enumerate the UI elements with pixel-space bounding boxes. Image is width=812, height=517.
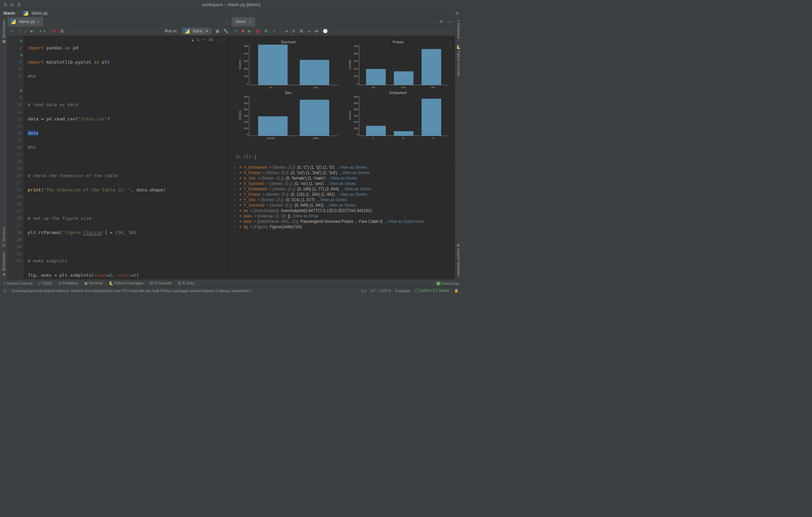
editor-tab-titanic[interactable]: titanic.py × bbox=[7, 17, 44, 26]
line-separator[interactable]: LF bbox=[371, 289, 375, 293]
scroll-button[interactable]: ⇊ bbox=[292, 29, 295, 33]
move-down-button[interactable]: ↓ bbox=[24, 29, 26, 33]
view-as-link[interactable]: ...View as Series bbox=[327, 176, 357, 181]
debug-button[interactable]: 🐞 bbox=[51, 29, 56, 33]
minimize-icon[interactable]: — bbox=[445, 19, 455, 24]
variable-row[interactable]: ›≡X_Survived = {Series: (2,)} (0, 'no') … bbox=[231, 181, 455, 186]
chevron-down-icon[interactable]: ﹀ bbox=[223, 37, 227, 42]
link-button[interactable]: ∞ bbox=[308, 29, 311, 33]
chevron-right-icon[interactable]: › bbox=[234, 171, 238, 174]
variable-row[interactable]: ›≡Y_Embarked = {Series: (3,)} (0, 168) (… bbox=[231, 186, 455, 192]
run-all-button[interactable]: ⏵⏵ bbox=[39, 29, 47, 33]
view-as-link[interactable]: ...View as Series bbox=[337, 192, 367, 197]
file-encoding[interactable]: UTF-8 bbox=[380, 289, 390, 293]
run-gutter-icon[interactable]: ▶ bbox=[21, 87, 23, 94]
debug-cell-button[interactable]: 🐞 bbox=[255, 29, 260, 33]
zoom-window[interactable] bbox=[17, 3, 21, 7]
move-up-button[interactable]: ↑ bbox=[18, 29, 20, 33]
breadcrumb-file[interactable]: titanic.py bbox=[31, 11, 47, 16]
open-external-icon[interactable]: ⧉ bbox=[456, 10, 459, 16]
minimize-window[interactable] bbox=[10, 3, 14, 7]
variable-row[interactable]: ›≡axes = {ndarray: (2, 2)} [[...View as … bbox=[231, 213, 455, 219]
add-cell-button[interactable]: ＋ bbox=[10, 28, 14, 34]
python-console-tool-tab[interactable]: 🐍Python Console bbox=[455, 42, 462, 79]
variable-row[interactable]: ›≡X_Sex = {Series: (2,)} (0, 'female') (… bbox=[231, 175, 455, 181]
chevron-right-icon[interactable]: › bbox=[234, 198, 238, 202]
view-as-link[interactable]: ...View as Series bbox=[341, 187, 371, 191]
database-tool-tab[interactable]: ≡Database bbox=[455, 17, 462, 42]
chevron-right-icon[interactable]: › bbox=[234, 219, 238, 223]
problems-tool-button[interactable]: ⊘ Problems bbox=[58, 281, 78, 285]
lock-icon[interactable]: 🔒 bbox=[454, 288, 459, 293]
settings-button[interactable]: ⚙ bbox=[264, 29, 268, 33]
view-as-link[interactable]: ...View as Series bbox=[317, 197, 347, 202]
vcs-tool-button[interactable]: ᛘ Version Control bbox=[3, 281, 32, 285]
add-button[interactable]: ＋ bbox=[272, 28, 276, 34]
chevron-right-icon[interactable]: › bbox=[234, 182, 238, 185]
run-gutter-icon[interactable]: ▶ bbox=[21, 37, 23, 44]
view-as-link[interactable]: ...View as Series bbox=[337, 165, 367, 170]
notebook-tab-titanic[interactable]: titanic × bbox=[231, 17, 255, 26]
python-packages-button[interactable]: 🐍 Python Packages bbox=[109, 281, 143, 285]
run-button[interactable]: ▶ bbox=[248, 29, 251, 33]
status-message[interactable]: Download pre-built shared indexes: Reduc… bbox=[12, 289, 255, 293]
variable-row[interactable]: ›≡fig = {Figure} Figure(1440x720) bbox=[231, 224, 455, 230]
variable-row[interactable]: ›≡Y_Survived = {Series: (2,)} (0, 549) (… bbox=[231, 203, 455, 208]
console-input[interactable]: In [5]: bbox=[231, 151, 455, 163]
chevron-right-icon[interactable]: › bbox=[234, 203, 238, 207]
workspace-tool-tab[interactable]: ▦Workspace bbox=[0, 17, 7, 47]
close-tab-icon[interactable]: × bbox=[37, 19, 40, 24]
close-window[interactable] bbox=[3, 3, 7, 7]
indent-settings[interactable]: 4 spaces bbox=[395, 289, 410, 293]
run-script-button[interactable]: ▣ bbox=[216, 29, 219, 33]
variable-row[interactable]: ›≡data = {DataFrame: (891, 12)} Passenge… bbox=[231, 219, 455, 224]
view-as-link[interactable]: ...View as DataFrame bbox=[385, 219, 424, 224]
terminal-tool-button[interactable]: ▣ Terminal bbox=[84, 281, 103, 285]
close-tab-icon[interactable]: × bbox=[249, 19, 251, 24]
print-button[interactable]: 🖶 bbox=[299, 29, 303, 33]
restart-kernel-button[interactable]: ↻ bbox=[234, 29, 238, 33]
view-as-link[interactable]: ...View as Series bbox=[326, 181, 356, 186]
wrench-icon[interactable]: 🔧 bbox=[223, 29, 228, 33]
r-jobs-button[interactable]: Ⓡ R Jobs bbox=[178, 281, 194, 286]
chevron-up-icon[interactable]: ︿ bbox=[216, 37, 220, 42]
view-as-link[interactable]: ...View as Array bbox=[290, 214, 318, 218]
gear-icon[interactable]: ⚙ bbox=[437, 19, 445, 24]
todo-tool-button[interactable]: ≡ TODO bbox=[38, 281, 52, 285]
fast-forward-button[interactable]: ⏭ bbox=[315, 29, 319, 33]
code-content[interactable]: import pandas as pd import matplotlib.py… bbox=[24, 36, 231, 279]
variable-row[interactable]: ›≡ax = {AxesSubplot} AxesSubplot(0.54772… bbox=[231, 208, 455, 213]
variable-row[interactable]: ›≡Y_Pclass = {Series: (3,)} (0, 216) (1,… bbox=[231, 192, 455, 197]
stop-kernel-button[interactable]: ■ bbox=[242, 29, 244, 33]
breadcrumb-project[interactable]: titanic bbox=[3, 11, 15, 16]
variable-row[interactable]: ›≡Y_Sex = {Series: (2,)} (0, 314) (1, 57… bbox=[231, 197, 455, 203]
inspections-widget[interactable]: ▲1 ✔16 ︿ ﹀ bbox=[191, 37, 227, 42]
code-editor[interactable]: ▲1 ✔16 ︿ ﹀ 1▶ 2 3▶ 4567 8▶ 9101112 13141… bbox=[7, 36, 231, 279]
soft-wrap-button[interactable]: ⇥ bbox=[285, 29, 288, 33]
chevron-right-icon[interactable]: › bbox=[234, 225, 238, 229]
chevron-right-icon[interactable]: › bbox=[234, 176, 238, 180]
jupyter-vars-tool-tab[interactable]: ≣Jupyter Variables bbox=[455, 241, 462, 279]
history-button[interactable]: 🕓 bbox=[323, 29, 328, 33]
chevron-right-icon[interactable]: › bbox=[234, 192, 238, 196]
bookmarks-tool-tab[interactable]: ★Bookmarks bbox=[0, 250, 7, 279]
structure-tool-tab[interactable]: ⌬Structure bbox=[0, 224, 7, 250]
chart-more-icon[interactable]: ⋮ bbox=[448, 40, 452, 45]
caret-position[interactable]: 1:1 bbox=[361, 289, 366, 293]
tabs-more-icon[interactable]: ⋮ bbox=[222, 19, 231, 24]
variable-row[interactable]: ›≡X_Pclass = {Series: (3,)} (0, '1st') (… bbox=[231, 170, 455, 175]
event-log-button[interactable]: 1Event Log bbox=[436, 281, 459, 285]
run-gutter-icon[interactable]: ▶ bbox=[21, 51, 23, 58]
run-config-dropdown[interactable]: titanic ▼ bbox=[182, 28, 211, 34]
chevron-right-icon[interactable]: › bbox=[234, 209, 238, 212]
python-interpreter[interactable]: ◯ Python 3.7 (base) bbox=[415, 288, 449, 293]
variable-row[interactable]: ›≡X_Embarked = {Series: (3,)} (0, 'C') (… bbox=[231, 165, 455, 170]
hide-tool-windows-icon[interactable]: ◫ bbox=[3, 288, 7, 293]
chevron-right-icon[interactable]: › bbox=[234, 165, 238, 169]
run-cell-button[interactable]: ▶I bbox=[30, 29, 35, 33]
view-as-link[interactable]: ...View as Series bbox=[339, 170, 369, 175]
delete-cell-button[interactable]: 🗑 bbox=[60, 29, 64, 33]
chevron-right-icon[interactable]: › bbox=[234, 187, 238, 191]
chevron-right-icon[interactable]: › bbox=[234, 214, 238, 218]
r-console-button[interactable]: Ⓡ R Console bbox=[150, 281, 172, 286]
